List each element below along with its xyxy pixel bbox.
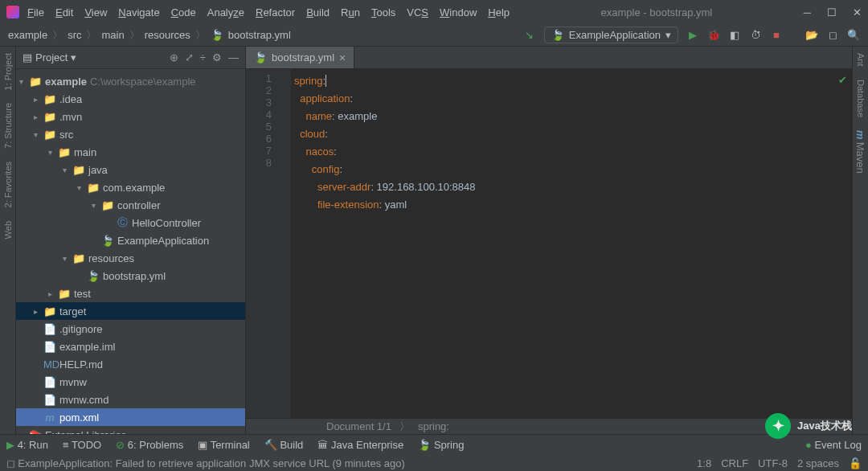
jee-tool[interactable]: 🏛 Java Enterprise bbox=[317, 439, 403, 451]
window-title: example - bootstrap.yml bbox=[510, 6, 804, 18]
menu-edit[interactable]: Edit bbox=[55, 6, 73, 18]
run-tool[interactable]: ▶ 4: Run bbox=[6, 439, 48, 451]
breadcrumb: example〉 src〉 main〉 resources〉 🍃 bootstr… bbox=[8, 28, 291, 43]
menu-window[interactable]: Window bbox=[440, 6, 477, 18]
menu-tools[interactable]: Tools bbox=[371, 6, 395, 18]
menu-build[interactable]: Build bbox=[306, 6, 330, 18]
tab-web[interactable]: Web bbox=[3, 221, 13, 239]
tree-test[interactable]: ▸📁test bbox=[16, 285, 245, 302]
line-numbers: 12345678 bbox=[246, 69, 278, 418]
project-panel: ▤ Project ▾ ⊕ ⤢ ÷ ⚙ — ▾📁exampleC:\worksp… bbox=[16, 47, 246, 434]
indent[interactable]: 2 spaces bbox=[797, 457, 839, 469]
crumb-project[interactable]: example bbox=[8, 29, 47, 41]
hammer-icon[interactable]: ↘ bbox=[523, 29, 536, 41]
menu-analyze[interactable]: Analyze bbox=[207, 6, 244, 18]
line-separator[interactable]: CRLF bbox=[721, 457, 748, 469]
fold-gutter[interactable] bbox=[278, 69, 291, 418]
status-message: ExampleApplication: Failed to retrieve a… bbox=[18, 457, 404, 469]
tree-hello[interactable]: ⒸHelloController bbox=[16, 214, 245, 231]
hide-panels-icon[interactable]: ◻ bbox=[826, 29, 839, 41]
hide-icon[interactable]: — bbox=[228, 51, 239, 63]
app-logo-icon bbox=[6, 6, 19, 18]
menu-vcs[interactable]: VCS bbox=[407, 6, 428, 18]
debug-icon[interactable]: 🐞 bbox=[707, 29, 720, 41]
tree-iml[interactable]: 📄example.iml bbox=[16, 338, 245, 355]
code-area[interactable]: 12345678 spring: application: name: exam… bbox=[246, 69, 852, 418]
inspection-ok-icon[interactable]: ✔ bbox=[838, 74, 847, 86]
tree-pom[interactable]: mpom.xml bbox=[16, 408, 245, 426]
minimize-icon[interactable]: ─ bbox=[804, 6, 811, 18]
menu-run[interactable]: Run bbox=[341, 6, 360, 18]
tree-root[interactable]: ▾📁exampleC:\workspace\example bbox=[16, 72, 245, 90]
nav-bar: example〉 src〉 main〉 resources〉 🍃 bootstr… bbox=[0, 24, 868, 47]
file-encoding[interactable]: UTF-8 bbox=[758, 457, 788, 469]
locate-icon[interactable]: ⊕ bbox=[170, 51, 178, 63]
spring-tool[interactable]: 🍃 Spring bbox=[418, 439, 464, 451]
tree-extlibs[interactable]: ▸📚External Libraries bbox=[16, 426, 245, 434]
event-log-tool[interactable]: ● Event Log bbox=[805, 439, 862, 451]
tab-favorites[interactable]: 2: Favorites bbox=[3, 162, 13, 207]
crumb-main[interactable]: main bbox=[101, 29, 124, 41]
tree-target[interactable]: ▸📁target bbox=[16, 302, 245, 320]
todo-tool[interactable]: ≡ TODO bbox=[63, 439, 101, 451]
code-content[interactable]: spring: application: name: example cloud… bbox=[291, 69, 852, 418]
menu-navigate[interactable]: Navigate bbox=[118, 6, 159, 18]
tree-bootstrap[interactable]: 🍃bootstrap.yml bbox=[16, 267, 245, 285]
run-config-selector[interactable]: 🍃 ExampleApplication ▾ bbox=[544, 27, 678, 43]
tree-pkg[interactable]: ▾📁com.example bbox=[16, 178, 245, 196]
status-icon[interactable]: ◻ bbox=[6, 457, 15, 469]
menu-view[interactable]: View bbox=[84, 6, 107, 18]
leaf-icon: 🍃 bbox=[254, 51, 267, 63]
tab-ant[interactable]: Ant bbox=[856, 53, 866, 67]
menu-code[interactable]: Code bbox=[171, 6, 196, 18]
project-tree[interactable]: ▾📁exampleC:\workspace\example ▸📁.idea ▸📁… bbox=[16, 69, 245, 434]
title-bar: File Edit View Navigate Code Analyze Ref… bbox=[0, 0, 868, 24]
problems-tool[interactable]: ⊘ 6: Problems bbox=[116, 439, 183, 451]
collapse-icon[interactable]: ÷ bbox=[200, 51, 206, 63]
menu-refactor[interactable]: Refactor bbox=[256, 6, 295, 18]
tree-mvn[interactable]: ▸📁.mvn bbox=[16, 108, 245, 125]
tree-mvnwcmd[interactable]: 📄mvnw.cmd bbox=[16, 391, 245, 408]
tree-main[interactable]: ▾📁main bbox=[16, 143, 245, 161]
menu-file[interactable]: File bbox=[27, 6, 44, 18]
vcs-icon[interactable]: 📂 bbox=[805, 29, 818, 41]
maximize-icon[interactable]: ☐ bbox=[827, 6, 837, 18]
tree-app[interactable]: 🍃ExampleApplication bbox=[16, 231, 245, 249]
coverage-icon[interactable]: ◧ bbox=[728, 29, 741, 41]
crumb-src[interactable]: src bbox=[68, 29, 81, 41]
gear-icon[interactable]: ⚙ bbox=[212, 51, 222, 63]
tree-help[interactable]: MDHELP.md bbox=[16, 355, 245, 373]
build-tool[interactable]: 🔨 Build bbox=[264, 439, 304, 451]
project-panel-title[interactable]: Project bbox=[35, 51, 68, 63]
tab-close-icon[interactable]: × bbox=[339, 51, 346, 64]
tab-bootstrap[interactable]: 🍃 bootstrap.yml × bbox=[246, 47, 354, 68]
caret-position[interactable]: 1:8 bbox=[697, 457, 711, 469]
tab-maven[interactable]: m Maven bbox=[854, 130, 866, 174]
project-icon: ▤ bbox=[23, 51, 32, 63]
search-icon[interactable]: 🔍 bbox=[847, 29, 860, 41]
lock-icon[interactable]: 🔓 bbox=[849, 457, 862, 469]
tree-src[interactable]: ▾📁src bbox=[16, 125, 245, 143]
tab-database[interactable]: Database bbox=[856, 80, 866, 117]
expand-icon[interactable]: ⤢ bbox=[185, 51, 194, 63]
tab-project[interactable]: 1: Project bbox=[3, 53, 13, 90]
menu-help[interactable]: Help bbox=[488, 6, 510, 18]
stop-icon[interactable]: ■ bbox=[770, 29, 783, 41]
leaf-icon: 🍃 bbox=[551, 29, 564, 41]
terminal-tool[interactable]: ▣ Terminal bbox=[198, 439, 250, 451]
tab-structure[interactable]: 7: Structure bbox=[3, 103, 13, 149]
tree-controller[interactable]: ▾📁controller bbox=[16, 196, 245, 214]
close-icon[interactable]: ✕ bbox=[853, 6, 862, 18]
profiler-icon[interactable]: ⏱ bbox=[749, 29, 762, 41]
tree-gitignore[interactable]: 📄.gitignore bbox=[16, 320, 245, 338]
chevron-down-icon[interactable]: ▾ bbox=[71, 51, 76, 63]
tree-java[interactable]: ▾📁java bbox=[16, 161, 245, 178]
crumb-file[interactable]: bootstrap.yml bbox=[228, 29, 291, 41]
tree-idea[interactable]: ▸📁.idea bbox=[16, 90, 245, 108]
run-icon[interactable]: ▶ bbox=[686, 29, 699, 41]
tree-resources[interactable]: ▾📁resources bbox=[16, 249, 245, 267]
left-tool-strip: 1: Project 7: Structure 2: Favorites Web bbox=[0, 47, 16, 434]
leaf-icon: 🍃 bbox=[211, 29, 223, 41]
tree-mvnw[interactable]: 📄mvnw bbox=[16, 373, 245, 391]
crumb-resources[interactable]: resources bbox=[145, 29, 190, 41]
